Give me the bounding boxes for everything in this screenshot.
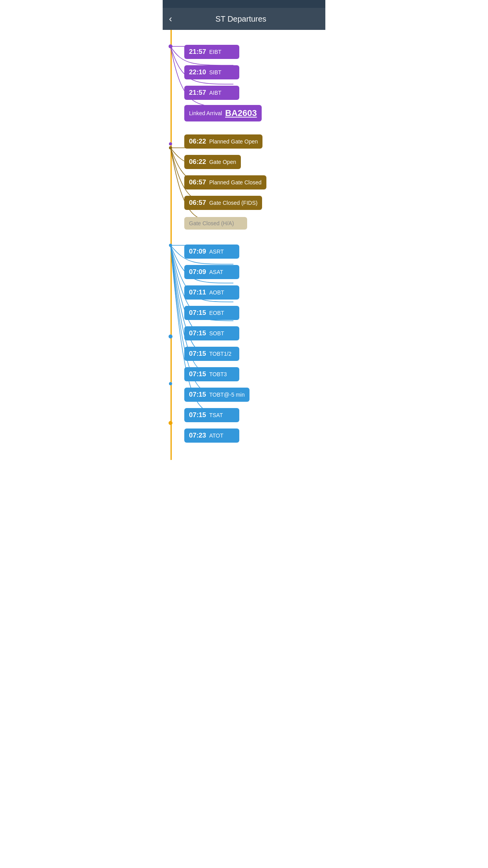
gate-open-badge[interactable]: 06:22 Gate Open	[184, 155, 241, 169]
tobt12-badge[interactable]: 07:15 TOBT1/2	[184, 347, 239, 361]
spacer-blue	[184, 235, 321, 240]
atot-time: 07:23	[189, 432, 206, 440]
aibt-time: 21:57	[189, 89, 206, 97]
sibt-badge[interactable]: 22:10 SIBT	[184, 65, 239, 79]
eibt-time: 21:57	[189, 48, 206, 56]
atot-badge[interactable]: 07:23 ATOT	[184, 428, 239, 443]
eibt-label: EIBT	[209, 49, 221, 55]
asrt-time: 07:09	[189, 248, 206, 256]
linked-arrival-text: Linked Arrival	[189, 110, 222, 116]
eobt-time: 07:15	[189, 309, 206, 317]
timeline-line	[171, 30, 172, 460]
pgo-label: Planned Gate Open	[209, 138, 258, 145]
tsat-label: TSAT	[209, 412, 223, 418]
back-button[interactable]: ‹	[169, 13, 172, 24]
list-item: 07:15 TSAT	[184, 406, 321, 424]
go-time: 06:22	[189, 158, 206, 166]
tsat-badge[interactable]: 07:15 TSAT	[184, 408, 239, 422]
list-item: 06:22 Planned Gate Open	[184, 133, 321, 150]
spacer-brown	[184, 125, 321, 130]
sobt-time: 07:15	[189, 329, 206, 337]
list-item: 07:15 TOBT@-5 min	[184, 386, 321, 403]
planned-gate-closed-badge[interactable]: 06:57 Planned Gate Closed	[184, 175, 266, 189]
list-item: 07:09 ASAT	[184, 263, 321, 281]
list-item: 07:15 TOBT3	[184, 366, 321, 383]
atot-label: ATOT	[209, 432, 223, 439]
gate-closed-ha-badge[interactable]: Gate Closed (H/A)	[184, 217, 247, 230]
tobt3-time: 07:15	[189, 370, 206, 378]
tobt12-label: TOBT1/2	[209, 351, 231, 357]
list-item: 07:23 ATOT	[184, 427, 321, 444]
list-item: 07:11 AOBT	[184, 284, 321, 301]
pgc-time: 06:57	[189, 178, 206, 186]
asrt-badge[interactable]: 07:09 ASRT	[184, 245, 239, 259]
content-area: 21:57 EIBT 22:10 SIBT 21:57 AIBT Linked …	[163, 30, 325, 460]
spacer	[163, 38, 184, 452]
tsat-time: 07:15	[189, 411, 206, 419]
list-item: Linked Arrival BA2603	[184, 105, 321, 122]
pgc-label: Planned Gate Closed	[209, 179, 261, 186]
aobt-badge[interactable]: 07:11 AOBT	[184, 285, 239, 300]
list-item: 07:15 TOBT1/2	[184, 345, 321, 362]
list-item: 06:57 Planned Gate Closed	[184, 174, 321, 191]
aobt-time: 07:11	[189, 289, 206, 296]
gate-closed-fids-badge[interactable]: 06:57 Gate Closed (FIDS)	[184, 196, 262, 210]
items-list: 21:57 EIBT 22:10 SIBT 21:57 AIBT Linked …	[184, 38, 325, 452]
list-item: 06:57 Gate Closed (FIDS)	[184, 194, 321, 211]
asat-time: 07:09	[189, 268, 206, 276]
aibt-label: AIBT	[209, 90, 221, 96]
list-item: 07:15 EOBT	[184, 304, 321, 322]
sobt-badge[interactable]: 07:15 SOBT	[184, 326, 239, 340]
gcf-time: 06:57	[189, 199, 206, 207]
list-item: 21:57 AIBT	[184, 84, 321, 101]
tobt3-label: TOBT3	[209, 371, 227, 377]
sibt-label: SIBT	[209, 69, 221, 75]
asat-label: ASAT	[209, 269, 223, 275]
list-item: 21:57 EIBT	[184, 43, 321, 61]
tobt-5min-badge[interactable]: 07:15 TOBT@-5 min	[184, 388, 250, 402]
header: ‹ ST Departures	[163, 8, 325, 30]
pgo-time: 06:22	[189, 138, 206, 145]
list-item: 22:10 SIBT	[184, 64, 321, 81]
list-item: 06:22 Gate Open	[184, 153, 321, 171]
go-label: Gate Open	[209, 159, 236, 165]
tobt5-label: TOBT@-5 min	[209, 392, 244, 398]
eibt-badge[interactable]: 21:57 EIBT	[184, 45, 239, 59]
tobt5-time: 07:15	[189, 391, 206, 399]
aibt-badge[interactable]: 21:57 AIBT	[184, 86, 239, 100]
linked-arrival-code: BA2603	[225, 108, 257, 118]
eobt-label: EOBT	[209, 310, 224, 316]
list-item: 07:09 ASRT	[184, 243, 321, 260]
eobt-badge[interactable]: 07:15 EOBT	[184, 306, 239, 320]
sobt-label: SOBT	[209, 330, 224, 337]
list-item: Gate Closed (H/A)	[184, 215, 321, 232]
status-bar	[163, 0, 325, 8]
tobt3-badge[interactable]: 07:15 TOBT3	[184, 367, 239, 381]
gcf-label: Gate Closed (FIDS)	[209, 200, 257, 206]
sibt-time: 22:10	[189, 68, 206, 76]
asrt-label: ASRT	[209, 248, 224, 255]
list-item: 07:15 SOBT	[184, 325, 321, 342]
planned-gate-open-badge[interactable]: 06:22 Planned Gate Open	[184, 134, 262, 149]
asat-badge[interactable]: 07:09 ASAT	[184, 265, 239, 279]
tobt12-time: 07:15	[189, 350, 206, 358]
page-title: ST Departures	[178, 15, 303, 24]
linked-arrival-badge[interactable]: Linked Arrival BA2603	[184, 105, 262, 121]
aobt-label: AOBT	[209, 289, 224, 296]
